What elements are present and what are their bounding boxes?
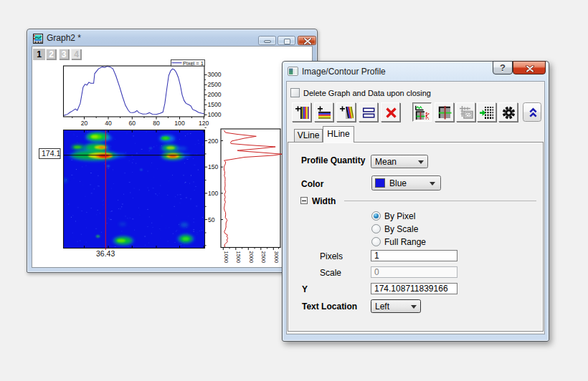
svg-text:174.1: 174.1 [42,149,60,158]
svg-text:1000: 1000 [223,251,229,264]
svg-text:1500: 1500 [235,251,242,264]
svg-text:2500: 2500 [260,251,267,264]
svg-text:36.43: 36.43 [96,249,115,258]
svg-text:3000: 3000 [273,251,280,264]
svg-text:2000: 2000 [248,251,255,264]
svg-text:80: 80 [153,120,160,127]
svg-text:120: 120 [199,120,209,127]
svg-text:2000: 2000 [208,91,222,98]
svg-text:Pixel = 1: Pixel = 1 [183,60,204,67]
svg-text:1000: 1000 [208,111,222,118]
svg-text:100: 100 [174,120,185,127]
svg-text:100: 100 [208,190,219,197]
svg-text:50: 50 [208,216,215,223]
svg-text:2500: 2500 [208,81,222,88]
svg-text:20: 20 [81,120,88,127]
svg-text:200: 200 [208,138,219,145]
svg-text:40: 40 [105,120,112,127]
svg-text:150: 150 [208,163,219,170]
svg-text:60: 60 [129,120,136,127]
svg-text:1500: 1500 [208,101,222,108]
svg-text:3000: 3000 [208,71,222,78]
